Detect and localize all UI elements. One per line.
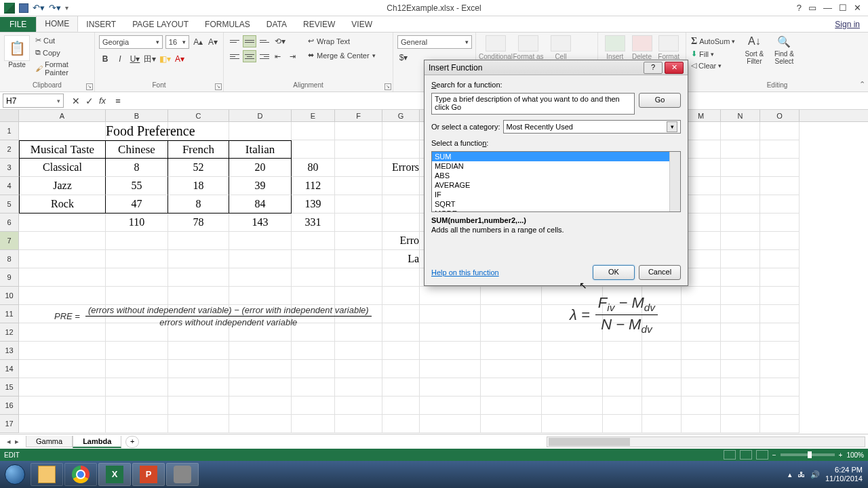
- cell[interactable]: [760, 214, 800, 232]
- cut-button[interactable]: ✂Cut: [33, 35, 90, 45]
- cell[interactable]: [721, 140, 760, 159]
- cell[interactable]: 112: [292, 177, 335, 195]
- clear-button[interactable]: ◁Clear▾: [690, 60, 736, 70]
- cell[interactable]: [19, 342, 106, 360]
- enter-formula-icon[interactable]: ✓: [85, 96, 94, 106]
- cell[interactable]: French: [168, 140, 229, 159]
- cell[interactable]: [106, 250, 168, 268]
- cell[interactable]: Musical Taste: [19, 140, 106, 159]
- cell[interactable]: [382, 268, 420, 287]
- select-all-corner[interactable]: [0, 110, 19, 121]
- cell[interactable]: [721, 159, 760, 177]
- font-size-select[interactable]: 16▾: [165, 35, 190, 49]
- column-header[interactable]: D: [229, 110, 292, 121]
- cell[interactable]: [642, 378, 682, 396]
- save-icon[interactable]: [19, 3, 28, 13]
- cell[interactable]: [168, 287, 229, 305]
- cell[interactable]: [642, 360, 682, 378]
- cell[interactable]: [106, 342, 168, 360]
- go-button[interactable]: Go: [639, 93, 681, 108]
- align-bottom-button[interactable]: [258, 35, 271, 47]
- search-function-input[interactable]: Type a brief description of what you wan…: [431, 93, 635, 115]
- row-header[interactable]: 2: [0, 140, 19, 159]
- cell[interactable]: [420, 287, 481, 305]
- cell[interactable]: 331: [292, 214, 335, 232]
- cell[interactable]: [106, 232, 168, 250]
- cell[interactable]: [292, 268, 335, 287]
- row-header[interactable]: 1: [0, 122, 19, 140]
- cell[interactable]: [420, 305, 481, 323]
- function-list-item[interactable]: AVERAGE: [432, 180, 680, 190]
- cell[interactable]: [420, 415, 481, 433]
- redo-icon[interactable]: ↷▾: [49, 3, 61, 12]
- close-icon[interactable]: ✕: [854, 3, 861, 13]
- wrap-text-button[interactable]: ↩Wrap Text: [307, 35, 377, 47]
- cell[interactable]: [168, 268, 229, 287]
- chrome-taskbar-button[interactable]: [64, 463, 97, 486]
- cell[interactable]: [603, 342, 642, 360]
- cell[interactable]: [682, 360, 721, 378]
- function-list-item[interactable]: IF: [432, 190, 680, 199]
- cell[interactable]: [19, 250, 106, 268]
- cell[interactable]: [721, 250, 760, 268]
- start-button[interactable]: [0, 461, 30, 488]
- cell[interactable]: [721, 415, 760, 433]
- cell[interactable]: [481, 287, 542, 305]
- fx-icon[interactable]: fx: [99, 96, 106, 106]
- paste-button[interactable]: 📋: [4, 35, 30, 61]
- function-list-scrollbar[interactable]: [669, 152, 680, 211]
- orientation-button[interactable]: ⟲▾: [273, 35, 286, 47]
- ribbon-opts-icon[interactable]: ▭: [808, 3, 816, 13]
- cell[interactable]: [760, 378, 800, 396]
- cell[interactable]: [335, 140, 382, 159]
- cell[interactable]: [229, 232, 292, 250]
- pagelayout-view-button[interactable]: [740, 450, 752, 460]
- font-launcher[interactable]: ↘: [215, 83, 222, 90]
- cell[interactable]: [721, 342, 760, 360]
- align-left-button[interactable]: [228, 50, 241, 62]
- cell[interactable]: [292, 415, 335, 433]
- indent-increase-button[interactable]: ⇥: [288, 50, 301, 62]
- cell[interactable]: [19, 360, 106, 378]
- cell[interactable]: 8: [168, 195, 229, 214]
- cell[interactable]: Classical: [19, 159, 106, 177]
- cell[interactable]: [335, 122, 382, 140]
- zoom-level[interactable]: 100%: [846, 451, 864, 459]
- cell[interactable]: [382, 122, 420, 140]
- cell[interactable]: [721, 396, 760, 415]
- cell[interactable]: [760, 250, 800, 268]
- row-header[interactable]: 15: [0, 378, 19, 396]
- cell[interactable]: Errors: [382, 159, 420, 177]
- cell[interactable]: Erro: [382, 232, 420, 250]
- currency-button[interactable]: $▾: [397, 52, 410, 64]
- cell[interactable]: 78: [168, 214, 229, 232]
- cell[interactable]: Rock: [19, 195, 106, 214]
- cell[interactable]: [481, 396, 542, 415]
- zoom-in-button[interactable]: +: [839, 451, 843, 459]
- column-header[interactable]: G: [382, 110, 420, 121]
- excel-taskbar-button[interactable]: X: [98, 463, 131, 486]
- column-header[interactable]: O: [760, 110, 800, 121]
- row-header[interactable]: 17: [0, 415, 19, 433]
- cell[interactable]: [168, 360, 229, 378]
- cell[interactable]: [481, 415, 542, 433]
- cell[interactable]: [292, 342, 335, 360]
- cell[interactable]: [603, 378, 642, 396]
- function-list-item[interactable]: SQRT: [432, 199, 680, 209]
- cell[interactable]: [603, 415, 642, 433]
- cell[interactable]: [229, 360, 292, 378]
- cell[interactable]: [542, 396, 603, 415]
- align-right-button[interactable]: [258, 50, 271, 62]
- row-header[interactable]: 8: [0, 250, 19, 268]
- cell[interactable]: [760, 268, 800, 287]
- cell[interactable]: [682, 378, 721, 396]
- dialog-titlebar[interactable]: Insert Function ? ✕: [425, 60, 688, 75]
- row-header[interactable]: 16: [0, 396, 19, 415]
- cell[interactable]: [229, 378, 292, 396]
- cell[interactable]: [382, 305, 420, 323]
- column-header[interactable]: A: [19, 110, 106, 121]
- cell[interactable]: 39: [229, 177, 292, 195]
- zoom-slider[interactable]: [781, 453, 835, 456]
- cell[interactable]: [168, 378, 229, 396]
- row-header[interactable]: 7: [0, 232, 19, 250]
